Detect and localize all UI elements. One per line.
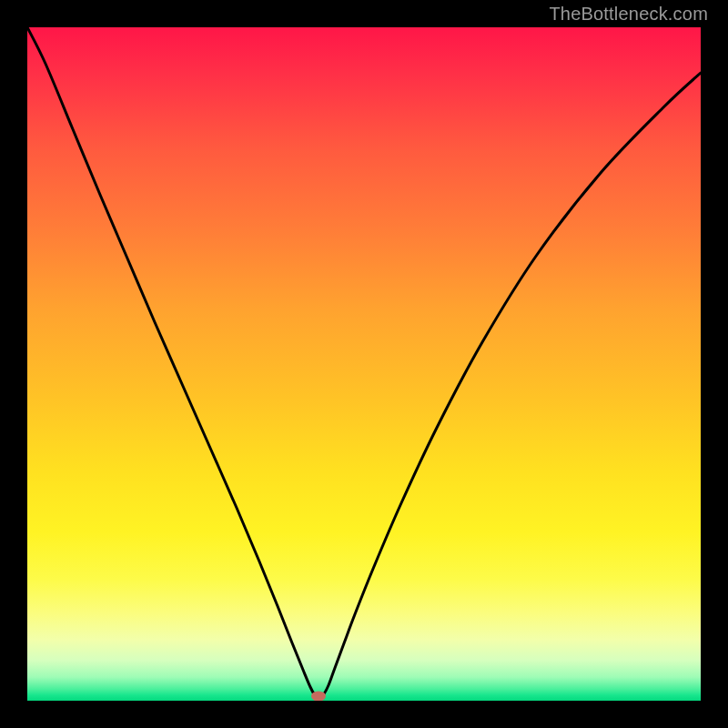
curve-layer (27, 27, 701, 701)
optimal-point-marker (311, 692, 326, 702)
plot-area (27, 27, 701, 701)
watermark-text: TheBottleneck.com (549, 4, 708, 25)
bottleneck-curve (27, 27, 701, 698)
chart-frame: TheBottleneck.com (0, 0, 728, 728)
